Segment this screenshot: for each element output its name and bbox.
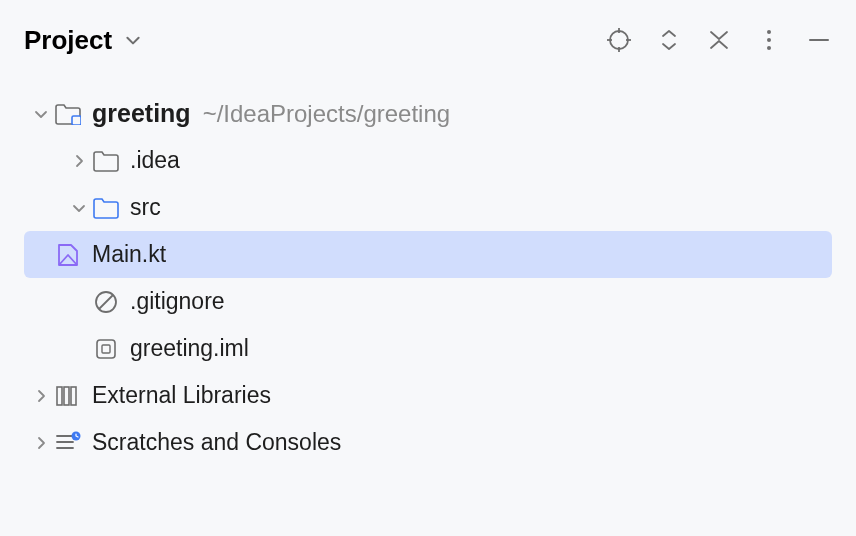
tree-node-main-kt[interactable]: Main.kt xyxy=(24,231,832,278)
folder-icon xyxy=(92,147,120,175)
svg-point-6 xyxy=(767,38,771,42)
project-tree: greeting ~/IdeaProjects/greeting .idea s… xyxy=(0,70,856,466)
project-panel-header: Project xyxy=(0,0,856,70)
svg-point-7 xyxy=(767,46,771,50)
svg-rect-15 xyxy=(64,387,69,405)
minimize-icon[interactable] xyxy=(806,27,832,53)
panel-actions xyxy=(606,27,832,53)
tree-node-label: greeting xyxy=(92,99,191,128)
tree-node-label: .idea xyxy=(130,147,180,174)
chevron-right-icon[interactable] xyxy=(28,435,54,451)
panel-title: Project xyxy=(24,25,112,56)
svg-rect-13 xyxy=(102,345,110,353)
collapse-all-icon[interactable] xyxy=(706,27,732,53)
tree-node-label: Main.kt xyxy=(92,241,166,268)
chevron-down-icon[interactable] xyxy=(120,27,146,53)
more-options-icon[interactable] xyxy=(756,27,782,53)
tree-node-external-libraries[interactable]: External Libraries xyxy=(0,372,856,419)
tree-node-label: Scratches and Consoles xyxy=(92,429,341,456)
tree-node-path: ~/IdeaProjects/greeting xyxy=(203,100,451,128)
chevron-right-icon[interactable] xyxy=(66,153,92,169)
svg-line-11 xyxy=(99,295,113,309)
tree-node-scratches[interactable]: Scratches and Consoles xyxy=(0,419,856,466)
tree-node-iml[interactable]: greeting.iml xyxy=(0,325,856,372)
ignored-file-icon xyxy=(92,288,120,316)
svg-point-0 xyxy=(610,31,628,49)
source-folder-icon xyxy=(92,194,120,222)
tree-node-gitignore[interactable]: .gitignore xyxy=(0,278,856,325)
svg-rect-14 xyxy=(57,387,62,405)
chevron-right-icon[interactable] xyxy=(28,388,54,404)
svg-point-5 xyxy=(767,30,771,34)
module-folder-icon xyxy=(54,100,82,128)
chevron-down-icon[interactable] xyxy=(66,200,92,216)
svg-rect-16 xyxy=(71,387,76,405)
svg-rect-9 xyxy=(72,116,81,125)
tree-node-idea[interactable]: .idea xyxy=(0,137,856,184)
tree-node-label: .gitignore xyxy=(130,288,225,315)
kotlin-file-icon xyxy=(54,241,82,269)
select-target-icon[interactable] xyxy=(606,27,632,53)
svg-rect-12 xyxy=(97,340,115,358)
tree-node-project-root[interactable]: greeting ~/IdeaProjects/greeting xyxy=(0,90,856,137)
tree-node-src[interactable]: src xyxy=(0,184,856,231)
chevron-down-icon[interactable] xyxy=(28,106,54,122)
scratches-icon xyxy=(54,429,82,457)
tree-node-label: src xyxy=(130,194,161,221)
tree-node-label: External Libraries xyxy=(92,382,271,409)
library-icon xyxy=(54,382,82,410)
panel-title-group[interactable]: Project xyxy=(24,25,146,56)
expand-collapse-icon[interactable] xyxy=(656,27,682,53)
tree-node-label: greeting.iml xyxy=(130,335,249,362)
iml-file-icon xyxy=(92,335,120,363)
